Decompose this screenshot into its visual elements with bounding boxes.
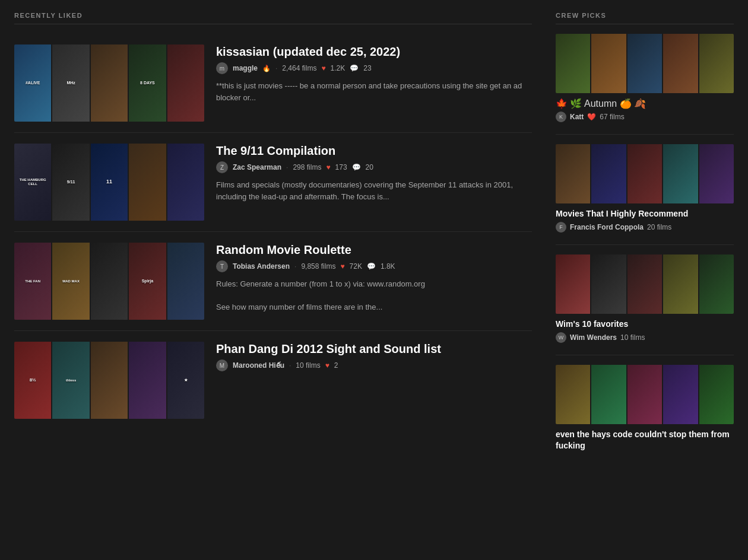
crew-thumbnail [591,254,626,314]
crew-thumbnail [556,144,590,203]
crew-thumbnail [591,144,626,203]
thumbnail [129,144,166,221]
crew-films-count: 10 films [620,333,645,342]
thumbnail [167,243,204,320]
crew-thumbnails[interactable] [556,144,734,203]
likes-count: 1.2K [331,64,346,72]
thumbnail [91,243,128,320]
crew-thumbnails[interactable] [556,34,734,93]
list-description: **this is just movies ----- be a normal … [216,80,532,103]
comment-icon: 💬 [350,64,359,72]
list-thumbnails[interactable]: THE HAMBURG CELL 9/11 11 [14,144,204,221]
author-name[interactable]: maggle [233,64,258,72]
crew-title[interactable]: Movies That I Highly Recommend [556,208,734,219]
comment-icon: 💬 [367,262,376,271]
list-meta: m maggle 🔥 · 2,464 films ♥ 1.2K 💬 23 [216,62,532,74]
author-name[interactable]: Marooned Hiếu [233,361,284,370]
divider [556,244,734,245]
crew-thumbnail [627,34,662,93]
crew-item: even the hays code couldn't stop them fr… [556,365,734,450]
author-name[interactable]: Zac Spearman [233,163,281,171]
comments-count: 20 [366,163,373,171]
crew-thumbnail [591,34,626,93]
thumbnail [129,342,166,419]
crew-avatar: K [556,112,566,122]
list-meta: M Marooned Hiếu · 10 films ♥ 2 [216,359,532,371]
likes-count: 2 [334,361,338,370]
thumbnail [167,144,204,221]
list-title[interactable]: kissasian (updated dec 25, 2022) [216,44,532,59]
thumbnail: THE FAN [14,243,51,320]
heart-icon: ♥ [325,361,329,370]
avatar: Z [216,161,228,173]
list-info: Random Movie Roulette T Tobias Andersen … [216,243,532,320]
crew-films-count: 67 films [600,113,624,121]
list-title[interactable]: Phan Dang Di 2012 Sight and Sound list [216,342,532,356]
crew-thumbnail [699,365,734,424]
crew-meta: W Wim Wenders 10 films [556,332,734,343]
list-meta: Z Zac Spearman · 298 films ♥ 173 💬 20 [216,161,532,173]
comments-count: 1.8K [381,262,395,271]
crew-avatar: F [556,222,566,233]
likes-count: 173 [335,163,347,171]
list-thumbnails[interactable]: 8½ thless ★ [14,342,204,419]
fire-icon: 🔥 [262,65,271,72]
crew-thumbnail [627,365,662,424]
list-item: THE HAMBURG CELL 9/11 11 The 9/11 Compil… [14,133,532,232]
films-count: 298 films [293,163,321,171]
crew-thumbnail [699,254,734,314]
thumbnail [167,44,204,122]
crew-author[interactable]: Wim Wenders [570,333,617,342]
crew-author[interactable]: Francis Ford Coppola [570,223,644,231]
crew-thumbnails[interactable] [556,365,734,424]
list-description: Films and specials (mostly documentaries… [216,179,532,202]
crew-item: Wim's 10 favorites W Wim Wenders 10 film… [556,254,734,343]
crew-thumbnail [556,254,590,314]
heart-icon: ♥ [340,262,344,271]
thumbnail: 9/11 [52,144,89,221]
crew-item: 🍁 🌿 Autumn 🍊 🍂 K Katt ❤️ 67 films [556,34,734,122]
thumbnail: 11 [91,144,128,221]
thumbnail: Spirja [129,243,166,320]
heart-icon: ♥ [321,64,325,72]
list-item: THE FAN MAD MAX Spirja Random Movie Roul… [14,232,532,331]
heart-icon: ♥ [326,163,330,171]
list-info: kissasian (updated dec 25, 2022) m maggl… [216,44,532,122]
list-title[interactable]: Random Movie Roulette [216,243,532,257]
list-title[interactable]: The 9/11 Compilation [216,144,532,158]
thumbnail: MHz [52,44,89,122]
crew-meta: F Francis Ford Coppola 20 films [556,222,734,233]
thumbnail [91,44,128,122]
crew-thumbnail [663,365,698,424]
films-count: 2,464 films [282,64,316,72]
divider [556,134,734,135]
crew-title[interactable]: Wim's 10 favorites [556,319,734,329]
crew-thumbnail [591,365,626,424]
recently-liked-heading: RECENTLY LIKED [14,12,532,24]
crew-thumbnails[interactable] [556,254,734,314]
thumbnail: THE HAMBURG CELL [14,144,51,221]
list-info: Phan Dang Di 2012 Sight and Sound list M… [216,342,532,419]
crew-thumbnail [699,144,734,203]
crew-heart-icon: ❤️ [587,113,596,121]
crew-thumbnail [663,254,698,314]
list-item: 8½ thless ★ Phan Dang Di 2012 Sight and … [14,331,532,429]
crew-title[interactable]: even the hays code couldn't stop them fr… [556,429,734,450]
list-thumbnails[interactable]: #ALIVE MHz 8 DAYS [14,44,204,122]
crew-thumbnail [663,144,698,203]
list-meta: T Tobias Andersen · 9,858 films ♥ 72K 💬 … [216,260,532,272]
likes-count: 72K [350,262,362,271]
films-count: 10 films [296,361,320,370]
crew-thumbnail [699,34,734,93]
author-name[interactable]: Tobias Andersen [233,262,290,271]
thumbnail: thless [52,342,89,419]
thumbnail: MAD MAX [52,243,89,320]
crew-author[interactable]: Katt [570,113,584,121]
thumbnail: #ALIVE [14,44,51,122]
crew-emoji-title: 🍁 🌿 Autumn 🍊 🍂 [556,98,734,109]
avatar: T [216,260,228,272]
thumbnail [91,342,128,419]
thumbnail: 8 DAYS [129,44,166,122]
list-thumbnails[interactable]: THE FAN MAD MAX Spirja [14,243,204,320]
divider [556,355,734,355]
